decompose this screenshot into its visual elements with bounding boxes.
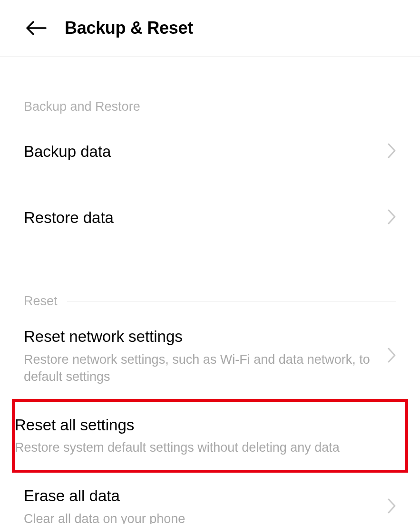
backup-data-item[interactable]: Backup data [24,119,396,185]
page-title: Backup & Reset [65,18,193,38]
reset-all-settings-item[interactable]: Reset all settings Restore system defaul… [12,399,408,473]
list-item-title: Reset all settings [15,415,405,436]
back-arrow-icon[interactable] [26,19,47,37]
list-item-subtitle: Restore system default settings without … [15,439,405,456]
list-item-text: Backup data [24,142,383,162]
list-item-title: Restore data [24,208,383,228]
list-item-subtitle: Restore network settings, such as Wi-Fi … [24,351,383,386]
list-item-title: Reset network settings [24,327,383,347]
chevron-right-icon [388,209,396,226]
content-area: Backup and Restore Backup data Restore d… [0,57,420,524]
divider-line [67,301,396,301]
list-item-title: Backup data [24,142,383,162]
restore-data-item[interactable]: Restore data [24,185,396,251]
header-bar: Backup & Reset [0,0,420,57]
section-header-backup-restore: Backup and Restore [24,57,396,119]
list-item-subtitle: Clear all data on your phone [24,510,383,524]
chevron-right-icon [388,348,396,365]
list-item-text: Reset network settings Restore network s… [24,327,383,386]
section-header-label: Reset [24,294,58,309]
list-item-text: Reset all settings Restore system defaul… [15,415,405,456]
erase-all-data-item[interactable]: Erase all data Clear all data on your ph… [24,473,396,524]
list-item-text: Erase all data Clear all data on your ph… [24,486,383,524]
list-item-title: Erase all data [24,486,383,506]
reset-section: Reset network settings Restore network s… [24,313,396,524]
chevron-right-icon [388,143,396,160]
chevron-right-icon [388,498,396,515]
list-item-text: Restore data [24,208,383,228]
reset-network-settings-item[interactable]: Reset network settings Restore network s… [24,313,396,399]
section-header-reset: Reset [24,251,396,313]
